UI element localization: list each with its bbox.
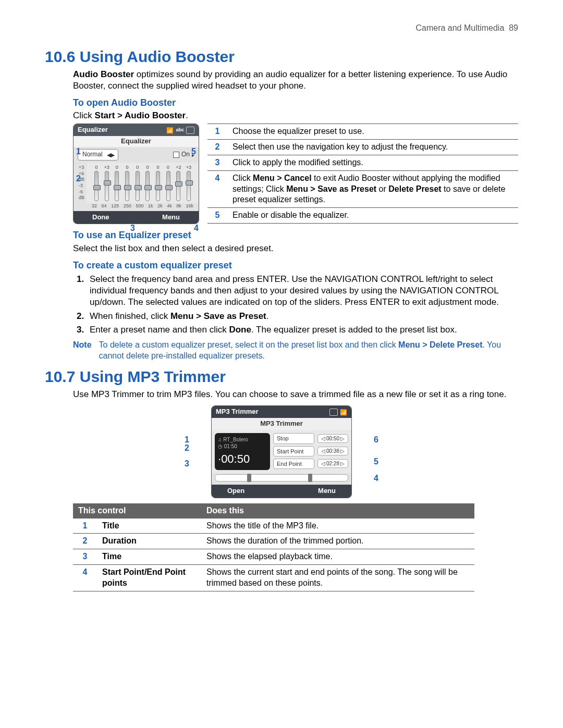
note-body: To delete a custom equalizer preset, sel…	[99, 340, 518, 362]
chevron-left-icon: ◁	[321, 448, 325, 454]
note-block: Note To delete a custom equalizer preset…	[73, 340, 518, 362]
running-header: Camera and Multimedia 89	[45, 23, 518, 34]
intro-bold: Audio Booster	[73, 69, 134, 79]
chevron-left-icon: ◁	[321, 435, 325, 442]
step-2: When finished, click Menu > Save as Pres…	[87, 311, 518, 322]
preset-selector[interactable]: Normal ◀ ▶	[78, 149, 118, 161]
note-label: Note	[73, 340, 92, 362]
callout-2: 2	[185, 443, 189, 454]
intro-10-7: Use MP3 Trimmer to trim MP3 files. You c…	[73, 389, 518, 400]
col-this-control: This control	[73, 503, 201, 519]
equalizer-screenshot: Equalizer 📶 abc Equalizer Normal ◀ ▶	[73, 124, 199, 224]
page-number: 89	[509, 23, 518, 32]
callout-3: 3	[185, 459, 189, 470]
mp3-subtitle: MP3 Trimmer	[212, 418, 351, 430]
freq-labels: 32641252505001k2k4k8k16k	[87, 203, 199, 211]
chevron-right-icon: ▷	[340, 460, 345, 467]
callout-2: 2	[76, 174, 81, 184]
create-preset-steps: Select the frequency band area and press…	[87, 274, 518, 335]
open-softkey[interactable]: Open	[227, 487, 244, 496]
start-point-button[interactable]: Start Point	[273, 446, 314, 456]
eq-slider-area[interactable]: 0 +3 0 0 0 0 0 0 +2 +3	[87, 163, 199, 203]
subhead-open-audio-booster: To open Audio Booster	[73, 97, 518, 109]
callout-5: 5	[191, 146, 196, 157]
menu-softkey[interactable]: Menu	[162, 213, 180, 222]
mp3-info-panel: ♫ RT_Bolero ◷ 01:50 ·00:50	[215, 433, 270, 470]
start-point-stepper[interactable]: ◁00:38▷	[317, 447, 348, 455]
signal-icon: 📶	[166, 127, 174, 134]
open-body: Click Start > Audio Booster.	[73, 110, 518, 121]
subhead-create-preset: To create a custom equalizer preset	[73, 260, 518, 272]
signal-icon: 📶	[340, 409, 347, 416]
mp3-trimmer-screenshot: MP3 Trimmer 📶 MP3 Trimmer ♫ RT_Bolero ◷ …	[162, 405, 401, 498]
heading-10-7: 10.7 Using MP3 Trimmer	[45, 366, 518, 387]
stop-button[interactable]: Stop	[273, 433, 314, 443]
callout-6: 6	[374, 435, 378, 446]
callout-3: 3	[130, 223, 135, 234]
eq-subtitle: Equalizer	[74, 136, 199, 147]
section-name: Camera and Multimedia	[415, 23, 504, 32]
intro-rest: optimizes sound by providing an audio eq…	[73, 69, 507, 91]
battery-icon	[186, 127, 194, 134]
mp3-duration: 01:50	[224, 443, 237, 449]
mp3-track-title: RT_Bolero	[223, 437, 248, 442]
subhead-use-preset: To use an Equalizer preset	[73, 229, 518, 241]
done-softkey[interactable]: Done	[92, 213, 109, 222]
stepper-arrows-icon: ◀ ▶	[107, 151, 114, 158]
mp3-time: 00:50	[221, 452, 250, 465]
end-point-stepper[interactable]: ◁02:28▷	[317, 459, 348, 468]
mp3-control-table: This control Does this 1TitleShows the t…	[73, 503, 474, 591]
chevron-right-icon: ▷	[340, 435, 345, 442]
equalizer-callout-table: 1Choose the equalizer preset to use. 2Se…	[207, 124, 518, 224]
callout-5: 5	[374, 456, 378, 467]
end-point-button[interactable]: End Point	[273, 459, 314, 469]
intro-10-6: Audio Booster optimizes sound by providi…	[73, 69, 518, 92]
chevron-left-icon: ◁	[321, 460, 325, 467]
chevron-right-icon: ▷	[340, 448, 345, 454]
callout-4: 4	[194, 223, 199, 234]
callout-1: 1	[76, 146, 81, 157]
mp3-titlebar: MP3 Trimmer	[216, 408, 259, 416]
callout-4: 4	[374, 473, 378, 484]
step-3: Enter a preset name and then click Done.…	[87, 324, 518, 336]
battery-icon	[329, 409, 338, 416]
end-point-handle[interactable]	[308, 474, 312, 482]
eq-titlebar: Equalizer	[78, 126, 108, 134]
start-point-handle[interactable]	[247, 474, 251, 482]
menu-softkey[interactable]: Menu	[318, 487, 336, 496]
step-1: Select the frequency band area and press…	[87, 274, 518, 308]
manual-page: Camera and Multimedia 89 10.6 Using Audi…	[0, 0, 563, 728]
stop-time-stepper[interactable]: ◁00:50▷	[317, 434, 348, 443]
note-icon: ♫	[218, 437, 223, 442]
abc-icon: abc	[176, 127, 184, 133]
preset-body: Select the list box and then select a de…	[73, 243, 518, 254]
trim-track[interactable]	[215, 474, 348, 482]
clock-icon: ◷	[218, 443, 224, 449]
heading-10-6: 10.6 Using Audio Booster	[45, 46, 518, 67]
col-does-this: Does this	[201, 503, 474, 519]
checkbox-icon	[173, 152, 179, 158]
